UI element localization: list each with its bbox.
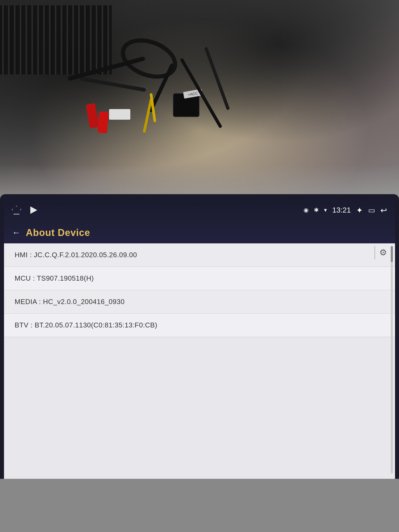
- window-icon: ▭: [368, 206, 375, 215]
- status-time: 13:21: [332, 206, 351, 214]
- play-icon[interactable]: [30, 206, 37, 214]
- brightness-icon: ✦: [356, 206, 363, 215]
- content-area: ⚙ HMI : JC.C.Q.F.2.01.2020.05.26.09.00 M…: [4, 243, 395, 483]
- location-icon: ◉: [304, 207, 309, 214]
- settings-gear-icon[interactable]: ⚙: [379, 247, 387, 257]
- info-row-mcu: MCU : TS907.190518(H): [4, 267, 395, 290]
- bluetooth-icon: ✱: [314, 207, 319, 214]
- home-icon[interactable]: [12, 206, 21, 214]
- scrollbar-track: [391, 246, 393, 473]
- info-row-hmi: HMI : JC.C.Q.F.2.01.2020.05.26.09.00: [4, 243, 395, 267]
- status-right-icons: ◉ ✱ ▾ 13:21 ✦ ▭ ↩: [304, 206, 387, 215]
- title-bar: ← About Device: [4, 222, 395, 243]
- info-btv-label: BTV : BT.20.05.07.1130(C0:81:35:13:F0:CB…: [15, 321, 157, 329]
- device-frame: ◉ ✱ ▾ 13:21 ✦ ▭ ↩ ← About Device ⚙: [0, 194, 399, 487]
- info-hmi-label: HMI : JC.C.Q.F.2.01.2020.05.26.09.00: [15, 251, 137, 259]
- device-screen: ◉ ✱ ▾ 13:21 ✦ ▭ ↩ ← About Device ⚙: [4, 198, 395, 483]
- divider-vertical: [375, 246, 375, 259]
- photo-background: +ACC: [0, 0, 399, 218]
- scrollbar-thumb[interactable]: [391, 246, 393, 262]
- cables-area: +ACC: [66, 40, 253, 173]
- info-row-media: MEDIA : HC_v2.0.0_200416_0930: [4, 290, 395, 314]
- wifi-icon: ▾: [324, 207, 327, 214]
- back-button[interactable]: ←: [12, 228, 20, 238]
- info-mcu-label: MCU : TS907.190518(H): [15, 274, 94, 282]
- info-media-label: MEDIA : HC_v2.0.0_200416_0930: [15, 298, 124, 306]
- status-bar: ◉ ✱ ▾ 13:21 ✦ ▭ ↩: [4, 198, 395, 222]
- nav-left-icons: [12, 206, 37, 214]
- page-title: About Device: [26, 227, 90, 238]
- info-row-btv: BTV : BT.20.05.07.1130(C0:81:35:13:F0:CB…: [4, 314, 395, 337]
- back-nav-icon[interactable]: ↩: [380, 206, 387, 215]
- desk-surface-bottom: [0, 479, 399, 532]
